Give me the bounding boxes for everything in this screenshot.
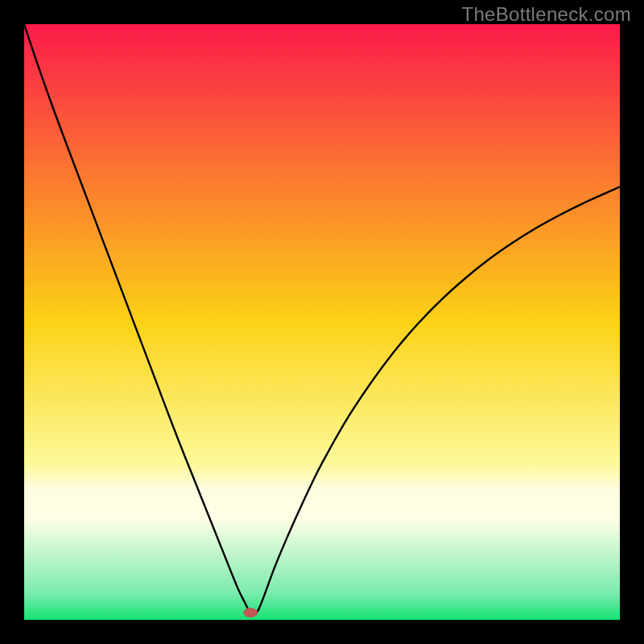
gradient-background [24, 24, 620, 620]
plot-wrapper [24, 24, 620, 620]
optimal-point-marker [243, 608, 258, 617]
watermark-label: TheBottleneck.com [461, 3, 631, 26]
chart-frame: TheBottleneck.com [0, 0, 644, 644]
bottleneck-chart [24, 24, 620, 620]
